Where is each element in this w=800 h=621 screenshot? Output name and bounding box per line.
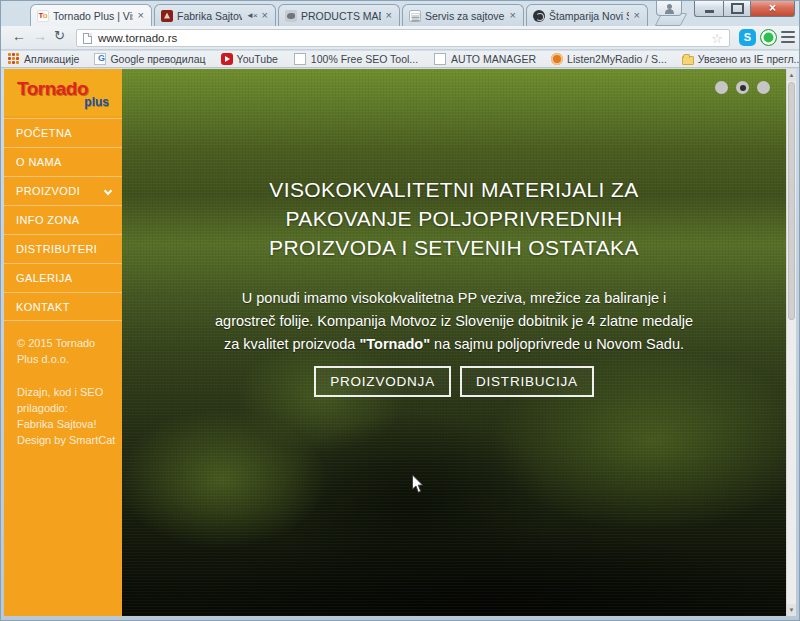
address-bar[interactable]: www.tornado.rs ☆ — [76, 29, 730, 47]
scroll-up-icon[interactable]: ▲ — [787, 69, 796, 81]
mouse-cursor — [411, 474, 424, 494]
bookmark-label: Google преводилац — [110, 53, 205, 65]
credit-text: Dizajn, kod i SEO prilagodio: — [17, 384, 116, 416]
reload-icon[interactable]: ↻ — [54, 28, 65, 43]
sidebar-item-kontakt[interactable]: KONTAKT — [4, 292, 122, 321]
menu-label: KONTAKT — [16, 301, 70, 313]
skype-extension-icon[interactable]: S — [739, 29, 756, 46]
tab-servis[interactable]: Servis za sajtove × — [402, 4, 524, 26]
tab-fabrika-sajtova[interactable]: Fabrika Sajtova! - Izrad ◄× × — [154, 4, 276, 26]
credit-link-fabrika[interactable]: Fabrika Sajtova! — [17, 416, 116, 432]
sidebar-item-distributeri[interactable]: DISTRIBUTERI — [4, 234, 122, 263]
close-icon[interactable]: × — [509, 10, 517, 21]
page-favicon — [409, 10, 421, 22]
menu-label: O NAMA — [16, 156, 62, 168]
page-icon — [83, 33, 92, 44]
bookmark-label: Увезено из IE прегл... — [698, 53, 800, 65]
page-icon — [294, 53, 306, 65]
bookmark-label: AUTO MANAGER — [451, 53, 536, 65]
sidebar-menu: POČETNA O NAMA PROIZVODI INFO ZONA DISTR… — [4, 118, 122, 321]
window-close-button[interactable]: × — [750, 0, 795, 17]
products-favicon — [285, 10, 297, 22]
close-icon[interactable]: × — [633, 10, 641, 21]
sidebar: Tornado plus POČETNA O NAMA PROIZVODI IN… — [4, 69, 122, 616]
close-icon[interactable]: × — [137, 10, 145, 21]
menu-label: INFO ZONA — [16, 214, 80, 226]
translate-icon — [94, 53, 106, 65]
bookmarks-bar: Апликације Google преводилац YouTube 100… — [0, 51, 800, 68]
sidebar-item-pocetna[interactable]: POČETNA — [4, 118, 122, 147]
sidebar-item-o-nama[interactable]: O NAMA — [4, 147, 122, 176]
profile-button[interactable] — [656, 1, 682, 16]
bookmark-seo-tools[interactable]: 100% Free SEO Tool... — [293, 53, 418, 65]
tab-stamparija[interactable]: Štamparija Novi Sad × — [526, 4, 648, 26]
tab-title: Fabrika Sajtova! - Izrad — [177, 10, 242, 22]
scrollbar-thumb[interactable] — [788, 82, 795, 320]
heading-line: PAKOVANJE POLJOPRIVREDNIH — [122, 204, 786, 233]
hero-paragraph: U ponudi imamo visokokvalitetna PP veziv… — [214, 287, 694, 356]
tab-title: PRODUCTS MADE OF PLA — [301, 10, 381, 22]
apps-grid-icon — [8, 53, 20, 65]
minimize-button[interactable] — [694, 0, 723, 17]
window-controls: × — [656, 0, 795, 17]
bookmark-google-translate[interactable]: Google преводилац — [94, 53, 205, 65]
proizvodnja-button[interactable]: PROIZVODNJA — [314, 366, 451, 397]
sidebar-footer: © 2015 Tornado Plus d.o.o. Dizajn, kod i… — [17, 335, 116, 448]
tab-strip: To Tornado Plus | Visokokval × Fabrika S… — [0, 0, 800, 26]
audio-muted-icon[interactable]: ◄× — [246, 11, 257, 20]
sidebar-item-proizvodi[interactable]: PROIZVODI — [4, 176, 122, 205]
menu-label: PROIZVODI — [16, 185, 80, 197]
youtube-icon — [221, 53, 233, 65]
bookmark-star-icon[interactable]: ☆ — [711, 31, 723, 46]
folder-icon — [682, 56, 694, 65]
tab-title: Tornado Plus | Visokokval — [53, 10, 133, 22]
maximize-button[interactable] — [723, 0, 750, 17]
bookmark-label: 100% Free SEO Tool... — [311, 53, 418, 65]
bookmark-label: Listen2MyRadio / S... — [567, 53, 667, 65]
bookmark-listen2myradio[interactable]: Listen2MyRadio / S... — [551, 53, 667, 65]
url-text[interactable]: www.tornado.rs — [98, 32, 177, 44]
chrome-menu-icon[interactable] — [781, 31, 795, 43]
menu-label: DISTRIBUTERI — [16, 243, 97, 255]
tab-title: Servis za sajtove — [425, 10, 505, 22]
bookmark-auto-manager[interactable]: AUTO MANAGER — [433, 53, 536, 65]
bookmark-apps[interactable]: Апликације — [8, 53, 79, 65]
paragraph-text: na sajmu poljoprivrede u Novom Sadu. — [430, 336, 684, 352]
scroll-down-icon[interactable]: ▼ — [787, 604, 796, 616]
menu-label: POČETNA — [16, 127, 72, 139]
sidebar-item-galerija[interactable]: GALERIJA — [4, 263, 122, 292]
page-content: Tornado plus POČETNA O NAMA PROIZVODI IN… — [4, 69, 796, 616]
radio-icon — [551, 53, 563, 65]
fabrika-favicon — [161, 10, 173, 22]
close-icon[interactable]: × — [261, 10, 269, 21]
green-extension-icon[interactable] — [760, 29, 777, 46]
slider-dot-1[interactable] — [715, 81, 728, 94]
hero-buttons: PROIZVODNJA DISTRIBUCIJA — [122, 366, 786, 397]
stamparija-favicon — [533, 10, 545, 22]
sidebar-item-info-zona[interactable]: INFO ZONA — [4, 205, 122, 234]
tab-title: Štamparija Novi Sad — [549, 10, 629, 22]
slider-dot-2-active[interactable] — [736, 81, 749, 94]
hero-slider: VISOKOKVALITETNI MATERIJALI ZA PAKOVANJE… — [122, 69, 786, 616]
page-scrollbar[interactable]: ▲ ▼ — [786, 69, 796, 616]
hero-heading: VISOKOKVALITETNI MATERIJALI ZA PAKOVANJE… — [122, 175, 786, 262]
credit-link-smartcat[interactable]: Design by SmartCat — [17, 432, 116, 448]
tornado-favicon: To — [37, 10, 49, 22]
tab-products[interactable]: PRODUCTS MADE OF PLA × — [278, 4, 400, 26]
tab-tornado-plus[interactable]: To Tornado Plus | Visokokval × — [30, 4, 152, 26]
menu-label: GALERIJA — [16, 272, 72, 284]
hero-content: VISOKOKVALITETNI MATERIJALI ZA PAKOVANJE… — [122, 175, 786, 397]
forward-icon: → — [33, 28, 47, 44]
heading-line: PROIZVODA I SETVENIH OSTATAKA — [122, 233, 786, 262]
bookmark-youtube[interactable]: YouTube — [221, 53, 278, 65]
distribucija-button[interactable]: DISTRIBUCIJA — [460, 366, 594, 397]
page-icon — [434, 53, 446, 65]
close-icon[interactable]: × — [385, 10, 393, 21]
bookmark-imported-ie[interactable]: Увезено из IE прегл... — [682, 53, 800, 65]
paragraph-bold-text: "Tornado" — [359, 336, 430, 352]
slider-dot-3[interactable] — [757, 81, 770, 94]
site-logo[interactable]: Tornado plus — [4, 69, 122, 116]
back-icon[interactable]: ← — [12, 28, 26, 44]
bookmark-label: Апликације — [24, 53, 79, 65]
bookmark-label: YouTube — [237, 53, 278, 65]
